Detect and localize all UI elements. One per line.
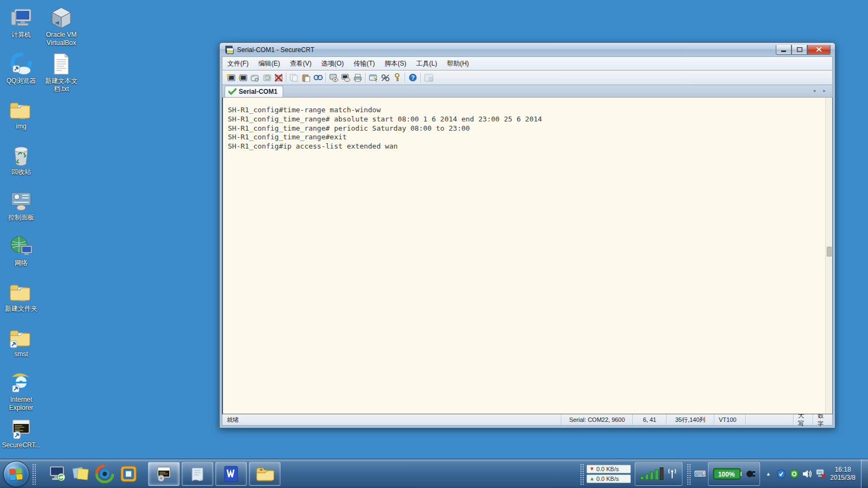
antenna-icon xyxy=(667,468,677,479)
find-icon[interactable] xyxy=(312,72,324,83)
desktop-icon-label: 回收站 xyxy=(0,168,42,176)
computer-icon xyxy=(0,4,42,29)
taskbar-sticky-notes[interactable] xyxy=(70,463,92,485)
tray-grip[interactable] xyxy=(686,463,691,485)
status-caps-lock: 大写 xyxy=(793,414,813,425)
remote-desktop-icon xyxy=(48,465,66,483)
desktop-icon-internet-explorer[interactable]: Internet Explorer xyxy=(0,369,42,412)
terminal-line: SH-R1_config#time-range match-window xyxy=(228,106,827,115)
title-bar[interactable]: Serial-COM1 - SecureCRT xyxy=(220,43,835,56)
print-icon[interactable] xyxy=(352,72,363,83)
ie-icon xyxy=(0,369,42,394)
terminal-area[interactable]: SH-R1_config#time-range match-windowSH-R… xyxy=(222,98,833,414)
sticky-notes-icon xyxy=(72,466,90,482)
tray-grip[interactable] xyxy=(579,463,584,485)
network-icon xyxy=(0,233,42,258)
log-session-icon[interactable] xyxy=(328,72,340,83)
tab-serial-com1[interactable]: Serial-COM1 xyxy=(225,86,283,97)
signal-strength-widget[interactable] xyxy=(635,462,682,486)
antivirus-shield-blue-icon[interactable] xyxy=(776,462,787,486)
window-title: Serial-COM1 - SecureCRT xyxy=(237,46,776,54)
show-hidden-icons-button[interactable]: ▲ xyxy=(763,462,774,486)
start-button[interactable] xyxy=(3,461,29,487)
download-speed-value: 0.0 KB/s xyxy=(596,466,619,472)
desktop-icon-computer[interactable]: 计算机 xyxy=(0,4,42,39)
antivirus-shield-green-icon[interactable] xyxy=(789,462,800,486)
desktop-icon-virtualbox[interactable]: Oracle VM VirtualBox xyxy=(40,4,82,47)
disconnect-icon[interactable] xyxy=(272,72,284,83)
status-serial-port: Serial: COM22, 9600 xyxy=(561,414,633,425)
status-terminal-size: 35行,140列 xyxy=(666,414,714,425)
desktop-icon-img-folder[interactable]: img xyxy=(0,96,42,131)
maximize-button[interactable] xyxy=(792,45,807,55)
session-options-icon[interactable] xyxy=(367,72,379,83)
taskbar-remote-desktop[interactable] xyxy=(46,463,68,485)
taskbar-app-securecrt[interactable] xyxy=(148,462,180,486)
taskbar-app-notepad[interactable] xyxy=(182,462,213,486)
desktop-icon-label: QQ浏览器 xyxy=(0,77,42,85)
taskbar-grip[interactable] xyxy=(31,463,36,485)
wps-writer-icon xyxy=(224,466,239,482)
desktop-icon-control-panel[interactable]: 控制面板 xyxy=(0,187,42,222)
session-manager-icon[interactable] xyxy=(423,72,435,83)
desktop-icon-new-folder[interactable]: 新建文件夹 xyxy=(0,278,42,313)
toolbar-separator xyxy=(420,73,421,82)
reconnect-icon[interactable] xyxy=(260,72,272,83)
network-disconnected-icon[interactable] xyxy=(815,462,826,486)
desktop-icon-network[interactable]: 网络 xyxy=(0,233,42,267)
taskbar-app-wps-writer[interactable] xyxy=(215,462,247,486)
tab-scroll-arrows[interactable]: ◂ ▸ xyxy=(813,88,829,93)
toolbar-separator xyxy=(365,73,366,82)
keyboard-tray-icon[interactable]: ⌨ xyxy=(694,462,705,486)
app-window-icon xyxy=(225,46,234,54)
taskbar-app-explorer[interactable] xyxy=(249,462,280,486)
svg-text:100%: 100% xyxy=(718,471,735,478)
taskbar-vmware[interactable] xyxy=(118,463,139,485)
menu-file[interactable]: 文件(F) xyxy=(222,57,253,70)
toolbar: ? xyxy=(222,70,833,85)
desktop-icon-label: Oracle VM VirtualBox xyxy=(40,31,82,47)
menu-edit[interactable]: 编辑(E) xyxy=(253,57,285,70)
status-blank-field xyxy=(745,414,793,425)
desktop-icon-label: 网络 xyxy=(0,259,42,267)
speaker-icon[interactable] xyxy=(802,462,813,486)
menu-options[interactable]: 选项(O) xyxy=(316,57,348,70)
network-speed-monitor[interactable]: ▼ 0.0 KB/s ▲ 0.0 KB/s xyxy=(586,465,631,483)
taskbar-circular-app[interactable] xyxy=(94,463,116,485)
toolbar-separator xyxy=(405,73,405,82)
securecrt-window: Serial-COM1 - SecureCRT 文件(F) 编辑(E) 查看(V… xyxy=(219,42,835,428)
notepad-icon xyxy=(190,466,205,482)
desktop-icon-text-file[interactable]: 新建文本文档.txt xyxy=(40,50,82,93)
help-icon[interactable]: ? xyxy=(407,72,419,83)
connect-icon[interactable] xyxy=(237,72,248,83)
close-button[interactable] xyxy=(807,45,831,55)
quick-connect-icon[interactable] xyxy=(225,72,237,83)
menu-transfer[interactable]: 传输(T) xyxy=(349,57,380,70)
desktop-icon-label: 新建文本文档.txt xyxy=(40,77,82,93)
menu-view[interactable]: 查看(V) xyxy=(285,57,316,70)
folder-icon xyxy=(0,96,42,121)
keygen-icon[interactable] xyxy=(391,72,403,83)
scrollbar-thumb[interactable] xyxy=(827,247,832,256)
taskbar-clock[interactable]: 16:18 2015/3/8 xyxy=(830,466,856,482)
recycle-bin-icon xyxy=(0,142,42,166)
show-desktop-button[interactable] xyxy=(861,459,868,488)
desktop-icon-qq-browser[interactable]: QQ浏览器 xyxy=(0,50,42,85)
vertical-scrollbar[interactable] xyxy=(825,98,832,414)
battery-power-widget[interactable]: 100% xyxy=(708,462,760,486)
menu-help[interactable]: 帮助(H) xyxy=(442,57,474,70)
terminal-line: SH-R1_config_time_range# absolute start … xyxy=(228,115,827,124)
desktop-icon-recycle-bin[interactable]: 回收站 xyxy=(0,142,42,176)
menu-script[interactable]: 脚本(S) xyxy=(380,57,411,70)
paste-icon[interactable] xyxy=(300,72,312,83)
desktop-icon-smst[interactable]: smst xyxy=(0,324,42,358)
copy-icon[interactable] xyxy=(288,72,300,83)
menu-tools[interactable]: 工具(L) xyxy=(411,57,442,70)
raw-log-icon[interactable] xyxy=(340,72,352,83)
desktop-icon-securecrt[interactable]: SecureCRT... xyxy=(0,415,42,450)
global-options-icon[interactable] xyxy=(379,72,391,83)
minimize-button[interactable] xyxy=(776,45,792,55)
status-bar: 就绪 Serial: COM22, 9600 6, 41 35行,140列 VT… xyxy=(222,414,833,426)
tab-label: Serial-COM1 xyxy=(239,88,277,95)
connect-in-tab-icon[interactable] xyxy=(248,72,260,83)
